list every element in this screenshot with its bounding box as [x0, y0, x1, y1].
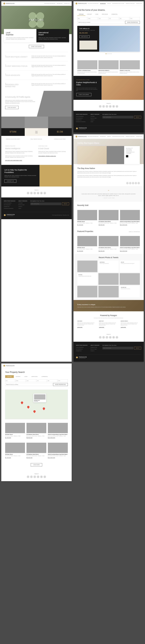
- col-cause: CHARITABLE FUNDA Just Cause Nullam quis …: [38, 146, 68, 161]
- nav-item[interactable]: EXCLUSIVE PROPERTIES: [44, 3, 55, 4]
- nav-item[interactable]: PROPERTIES: [57, 3, 62, 4]
- signup-button[interactable]: SIGN UP: [62, 202, 69, 205]
- tab-commercial[interactable]: COMMERCIAL: [40, 375, 50, 378]
- bio-heading: The Bay Area Native: [77, 167, 140, 169]
- photo[interactable]: [77, 286, 98, 298]
- tab-openhouse[interactable]: OPEN HOUSE: [100, 13, 110, 16]
- carousel-dots[interactable]: [77, 52, 140, 56]
- email-input[interactable]: [30, 202, 61, 205]
- pinterest-icon[interactable]: p: [37, 192, 39, 194]
- tweet[interactable]: New ViewingVivamus porta est sed est lac…: [77, 273, 98, 285]
- search-input[interactable]: [77, 21, 125, 24]
- property-card[interactable]: 32104 Countyredding Long Street NameSan …: [48, 423, 68, 438]
- filter-min[interactable]: Min: [109, 17, 119, 20]
- email-input[interactable]: [102, 116, 133, 118]
- link[interactable]: EXPLORE OUR CHARITABLE FUND: [5, 160, 22, 161]
- filter-more[interactable]: More: [130, 17, 140, 20]
- filter[interactable]: Type: [26, 380, 36, 382]
- signup-button[interactable]: SIGN UP: [134, 116, 141, 118]
- filter[interactable]: Max: [47, 380, 57, 382]
- nav-item[interactable]: NEIGHBORHOODS & CITIES: [112, 3, 124, 4]
- map-pin-icon[interactable]: [42, 407, 45, 410]
- photo[interactable]: [77, 260, 98, 272]
- filter-type[interactable]: Type: [98, 17, 108, 20]
- map-pin-icon[interactable]: [20, 401, 23, 404]
- tab-commercial[interactable]: COMMERCIAL: [110, 13, 119, 16]
- tweet[interactable]: Spiral PerfectionVivamus porta est sed e…: [98, 260, 119, 272]
- logo[interactable]: PARAGON: [3, 2, 15, 4]
- contact-icon[interactable]: [126, 155, 128, 158]
- search-button[interactable]: SHOW PROPERTIES: [53, 383, 68, 386]
- find-agent-button[interactable]: FIND AN AGENT: [5, 106, 18, 109]
- youtube-icon[interactable]: y: [43, 192, 46, 194]
- search-input[interactable]: [5, 383, 52, 386]
- feature-item: 01YOUR BOUTIQUE AGENCYNullam quis risus …: [5, 52, 68, 61]
- nav-item[interactable]: TRENDS & ANALYSIS: [126, 3, 135, 4]
- property-card[interactable]: 32104 Countyredding Long Street NameSan …: [48, 443, 68, 458]
- property-address: 2145 Jefferson St: [79, 28, 97, 29]
- instagram-icon[interactable]: i: [33, 192, 36, 194]
- logo[interactable]: PARAGON: [3, 365, 15, 366]
- linkedin-icon[interactable]: in: [40, 192, 43, 194]
- filter[interactable]: Baths: [16, 380, 26, 382]
- property-card[interactable]: 555 Main StreetSan Francisco, Mission · …: [5, 443, 25, 458]
- load-more-button[interactable]: LOAD MORE: [31, 463, 42, 466]
- tab-lease[interactable]: LEASE: [94, 13, 100, 16]
- view-details-button[interactable]: VIEW DETAILS: [79, 36, 90, 38]
- photo[interactable]: [120, 273, 140, 285]
- contact-button[interactable]: CONTACT US: [4, 180, 16, 183]
- nav-item[interactable]: PROPERTIES: [100, 3, 106, 4]
- property-card[interactable]: 674 Medium Sized StreetSan Francisco, Mi…: [99, 236, 119, 252]
- email-input[interactable]: [102, 347, 133, 350]
- filter[interactable]: More: [58, 380, 68, 382]
- property-card[interactable]: 32104 Countyredding Long Street NameSan …: [120, 210, 140, 226]
- property-card[interactable]: 555 Main StreetSan Francisco, Mission · …: [77, 236, 97, 252]
- twitter-icon[interactable]: t: [30, 192, 33, 194]
- page-search: PARAGON Your Property Search FOR SALE FO…: [1, 364, 72, 481]
- filter[interactable]: Beds: [5, 380, 15, 382]
- property-card[interactable]: 674 Medium Sized StreetSan Francisco, Mi…: [26, 423, 46, 438]
- property-card[interactable]: 674 Medium Sized StreetSan Francisco, Mi…: [99, 210, 119, 226]
- property-card[interactable]: 674 Medium Sized StreetSan Francisco, Mi…: [26, 443, 46, 458]
- signup-button[interactable]: SIGN UP: [134, 347, 141, 350]
- tab-forsale[interactable]: FOR SALE: [5, 375, 14, 378]
- logo[interactable]: PARAGON: [76, 2, 87, 4]
- mini-map[interactable]: [79, 40, 97, 50]
- photo[interactable]: [98, 286, 119, 298]
- tab-lease[interactable]: LEASE: [22, 375, 29, 378]
- logo[interactable]: PARAGON: [76, 136, 87, 138]
- tab-forsale[interactable]: FOR SALE: [77, 13, 85, 16]
- facebook-icon[interactable]: f: [27, 192, 29, 194]
- tweet[interactable]: Next LevelVivamus porta est sed est lore…: [120, 260, 140, 272]
- view-all-link[interactable]: VIEW ALL PROPERTIES: [129, 231, 140, 232]
- filter-max[interactable]: Max: [119, 17, 130, 20]
- photo[interactable]: [98, 273, 119, 285]
- category-card[interactable]: TRENDS & ANALYSISNullam quis risus. Done…: [120, 60, 140, 74]
- stat-label: AVERAGE SALES PRICE: [48, 136, 72, 142]
- filter[interactable]: Min: [37, 380, 47, 382]
- map[interactable]: 555 Main Street $1,030,600: [5, 390, 68, 419]
- nav-item[interactable]: EXCLUSIVE PROPERTIES: [88, 3, 99, 4]
- property-card[interactable]: 32104 Countyredding Long Street NameSan …: [120, 236, 140, 252]
- map-pin-icon[interactable]: [27, 406, 30, 409]
- property-card[interactable]: 555 Main StreetSan Francisco, Mission · …: [5, 423, 25, 438]
- filter-baths[interactable]: Baths: [88, 17, 98, 20]
- nav-item[interactable]: CONTACT US: [136, 3, 142, 4]
- map-pin-icon[interactable]: [33, 410, 36, 413]
- cta-explore: Let Us Help You Explore the Possibilitie…: [1, 165, 39, 186]
- filter-beds[interactable]: Beds: [77, 17, 87, 20]
- tab-openhouse[interactable]: OPEN HOUSE: [29, 375, 40, 378]
- start-exploring-button[interactable]: START EXPLORING: [76, 93, 92, 96]
- nav-item[interactable]: CONTACT US: [64, 3, 69, 4]
- tab-forrent[interactable]: FOR RENT: [85, 13, 94, 16]
- start-exploring-button[interactable]: START EXPLORING: [29, 45, 44, 48]
- tweet[interactable]: Room With a ViewVivamus porta est sed es…: [120, 286, 140, 298]
- map-popup[interactable]: 555 Main Street $1,030,600: [33, 394, 46, 402]
- property-card[interactable]: 555 Main StreetSan Francisco, Mission · …: [77, 210, 97, 226]
- tab-forrent[interactable]: FOR RENT: [14, 375, 22, 378]
- category-card[interactable]: NEW DEVELOPMENTSNullam quis risus. Donec…: [98, 60, 119, 74]
- category-card[interactable]: LUXURY & INTERNATIONALNullam quis risus.…: [77, 60, 98, 74]
- nav-item[interactable]: AGENTS: [107, 3, 111, 4]
- search-button[interactable]: SHOW PROPERTIES: [125, 21, 140, 24]
- link[interactable]: VIEW MARKET TRENDS & ANALYSIS: [38, 156, 56, 156]
